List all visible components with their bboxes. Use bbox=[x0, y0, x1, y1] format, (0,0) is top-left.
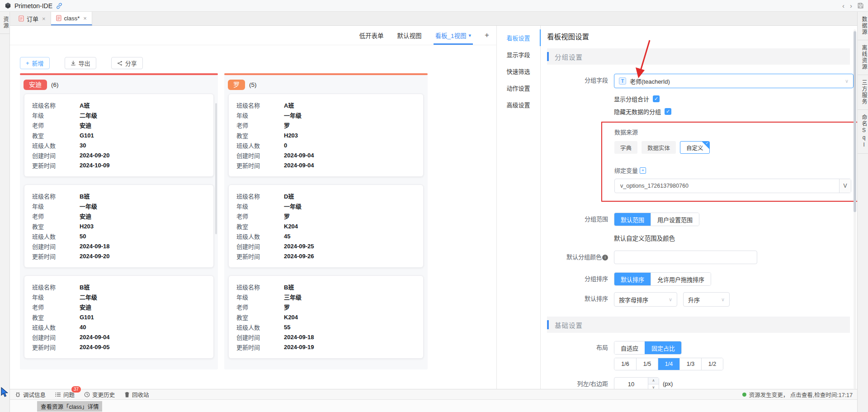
hide-empty-group-checkbox[interactable]: ✓ bbox=[665, 108, 671, 115]
layout-option-fixed[interactable]: 固定占比 bbox=[645, 341, 681, 354]
chevron-down-icon[interactable]: ▾ bbox=[469, 33, 472, 38]
add-record-button[interactable]: + 新增 bbox=[20, 57, 50, 69]
field-label: 教室 bbox=[32, 313, 80, 322]
bind-variable-input[interactable]: v_options_1726137980760 V bbox=[614, 179, 851, 193]
change-history-button[interactable]: 变更历史 bbox=[84, 390, 115, 399]
chip-label: 自定义 bbox=[686, 143, 703, 152]
export-button[interactable]: 导出 bbox=[65, 57, 96, 69]
group-badge[interactable]: 罗 bbox=[228, 80, 245, 90]
settings-nav-display-fields[interactable]: 显示字段 bbox=[497, 46, 541, 63]
sort-direction-select[interactable]: 升序 ∨ bbox=[683, 292, 730, 307]
field-label: 班级人数 bbox=[236, 323, 284, 331]
data-source-label: 数据来源 bbox=[614, 128, 857, 136]
field-label: 班级人数 bbox=[236, 141, 284, 150]
field-label: 更新时间 bbox=[236, 161, 284, 170]
add-view-button[interactable]: + bbox=[485, 31, 489, 40]
ratio-option-1-2[interactable]: 1/2 bbox=[701, 358, 723, 370]
group-badge[interactable]: 安迪 bbox=[24, 80, 47, 90]
column-scrollbar[interactable] bbox=[215, 103, 217, 234]
sidebar-item-resources[interactable]: 资源 bbox=[0, 12, 9, 34]
scope-hint-text: 默认自定义范围及颜色 bbox=[547, 233, 857, 242]
field-label: 创建时间 bbox=[236, 333, 284, 341]
data-source-option-custom[interactable]: 自定义 ✓ bbox=[680, 141, 710, 154]
nav-back-icon[interactable]: ‹ bbox=[842, 2, 844, 9]
section-group-settings: 分组设置 bbox=[547, 48, 850, 65]
kanban-card[interactable]: 班级名称A班 年级一年级 老师罗 教室H203 班级人数0 创建时间2024-0… bbox=[228, 94, 424, 177]
ratio-option-1-3[interactable]: 1/3 bbox=[679, 358, 701, 370]
field-label: 年级 bbox=[32, 202, 80, 210]
sort-option-drag[interactable]: 允许用户拖拽排序 bbox=[651, 273, 711, 285]
sidebar-item-datasource[interactable]: 数据源 bbox=[858, 12, 868, 40]
add-variable-icon[interactable]: + bbox=[640, 167, 646, 174]
view-tab-lowcode-form[interactable]: 低开表单 bbox=[359, 26, 384, 45]
label-text: 默认分组颜色 bbox=[566, 254, 602, 260]
field-value: K204 bbox=[284, 314, 298, 321]
field-label: 教室 bbox=[236, 313, 284, 322]
view-tab-default-view[interactable]: 默认视图 bbox=[397, 26, 422, 45]
ratio-option-1-5[interactable]: 1/5 bbox=[636, 358, 658, 370]
info-icon[interactable]: i bbox=[602, 255, 608, 260]
group-field-select[interactable]: T 老师(teacherId) ∨ bbox=[614, 74, 854, 88]
right-rail: 数据源 离线资源 三方服务 命名Sql bbox=[857, 12, 868, 412]
field-value: 2024-09-25 bbox=[284, 243, 314, 250]
section-accent-bar bbox=[547, 52, 549, 61]
field-value: 2024-09-26 bbox=[284, 253, 314, 260]
field-value: 40 bbox=[80, 324, 86, 331]
group-count: (6) bbox=[51, 81, 59, 88]
status-bar: 调试信息 问题 37 变更历史 bbox=[10, 389, 857, 400]
trash-icon bbox=[124, 392, 130, 398]
field-label: 创建时间 bbox=[236, 242, 284, 251]
recycle-label: 回收站 bbox=[132, 390, 149, 399]
settings-nav-advanced[interactable]: 高级设置 bbox=[497, 96, 541, 113]
settings-nav-actions[interactable]: 动作设置 bbox=[497, 80, 541, 96]
data-source-option-entity[interactable]: 数据实体 bbox=[642, 141, 676, 154]
scope-option-user[interactable]: 用户设置范围 bbox=[651, 213, 699, 226]
field-label: 教室 bbox=[32, 222, 80, 231]
status-text: 资源发生变更， 点击查看,检查时间:17:17 bbox=[749, 390, 853, 399]
ratio-option-1-4[interactable]: 1/4 bbox=[658, 358, 679, 370]
close-icon[interactable]: × bbox=[83, 15, 87, 22]
sidebar-item-offline-resources[interactable]: 离线资源 bbox=[858, 40, 868, 75]
kanban-card[interactable]: 班级名称B班 年级三年级 老师罗 教室K204 班级人数55 创建时间2024-… bbox=[228, 275, 424, 359]
default-group-color-input[interactable] bbox=[614, 251, 757, 264]
recycle-bin-button[interactable]: 回收站 bbox=[124, 390, 149, 399]
field-value: 一年级 bbox=[284, 202, 302, 210]
tab-class[interactable]: class* × bbox=[51, 12, 92, 25]
view-tab-kanban-view[interactable]: 看板_1视图 ▾ bbox=[435, 26, 472, 45]
field-value: 2024-09-20 bbox=[80, 152, 110, 159]
field-label: 更新时间 bbox=[236, 252, 284, 260]
ratio-option-1-6[interactable]: 1/6 bbox=[614, 358, 636, 370]
show-group-total-checkbox[interactable]: ✓ bbox=[653, 95, 660, 102]
check-icon: ✓ bbox=[706, 141, 709, 145]
kanban-card[interactable]: 班级名称A班 年级二年级 老师安迪 教室G101 班级人数30 创建时间2024… bbox=[24, 94, 214, 177]
debug-info-button[interactable]: 调试信息 bbox=[15, 390, 46, 399]
layout-option-adaptive[interactable]: 自适应 bbox=[614, 341, 645, 354]
sidebar-item-third-party[interactable]: 三方服务 bbox=[858, 75, 868, 110]
issues-button[interactable]: 问题 37 bbox=[55, 390, 75, 399]
nav-forward-icon[interactable]: › bbox=[850, 2, 852, 9]
kanban-card[interactable]: 班级名称B班 年级二年级 老师安迪 教室G101 班级人数40 创建时间2024… bbox=[24, 275, 214, 359]
sort-by-select[interactable]: 按字母排序 ∨ bbox=[614, 292, 677, 307]
link-icon[interactable] bbox=[56, 2, 63, 9]
variable-suffix-button[interactable]: V bbox=[839, 179, 851, 193]
scrollbar-thumb[interactable] bbox=[854, 31, 856, 212]
settings-nav-kanban[interactable]: 看板设置 bbox=[497, 29, 541, 46]
field-label: 创建时间 bbox=[32, 333, 80, 341]
tab-orders[interactable]: 订单 × bbox=[14, 12, 51, 25]
sort-option-default[interactable]: 默认排序 bbox=[614, 273, 651, 285]
settings-nav-quick-filter[interactable]: 快速筛选 bbox=[497, 63, 541, 80]
close-icon[interactable]: × bbox=[42, 15, 46, 22]
data-source-option-dict[interactable]: 字典 bbox=[614, 141, 637, 154]
share-button[interactable]: 分享 bbox=[111, 57, 143, 69]
field-label: 班级名称 bbox=[236, 101, 284, 109]
save-icon[interactable] bbox=[858, 3, 863, 9]
stepper-down-icon[interactable]: ∨ bbox=[648, 384, 659, 389]
kanban-card[interactable]: 班级名称B班 年级一年级 老师安迪 教室H203 班级人数50 创建时间2024… bbox=[24, 185, 214, 268]
resource-change-status[interactable]: 资源发生变更， 点击查看,检查时间:17:17 bbox=[742, 390, 853, 399]
kanban-card[interactable]: 班级名称D班 年级一年级 老师罗 教室K204 班级人数45 创建时间2024-… bbox=[228, 185, 424, 268]
stepper-up-icon[interactable]: ∧ bbox=[648, 378, 659, 384]
sidebar-item-named-sql[interactable]: 命名Sql bbox=[858, 110, 868, 154]
scope-option-default[interactable]: 默认范围 bbox=[614, 213, 651, 226]
group-field-value: 老师(teacherId) bbox=[630, 77, 670, 85]
column-margin-stepper[interactable]: 10 ∧ ∨ bbox=[614, 377, 659, 389]
